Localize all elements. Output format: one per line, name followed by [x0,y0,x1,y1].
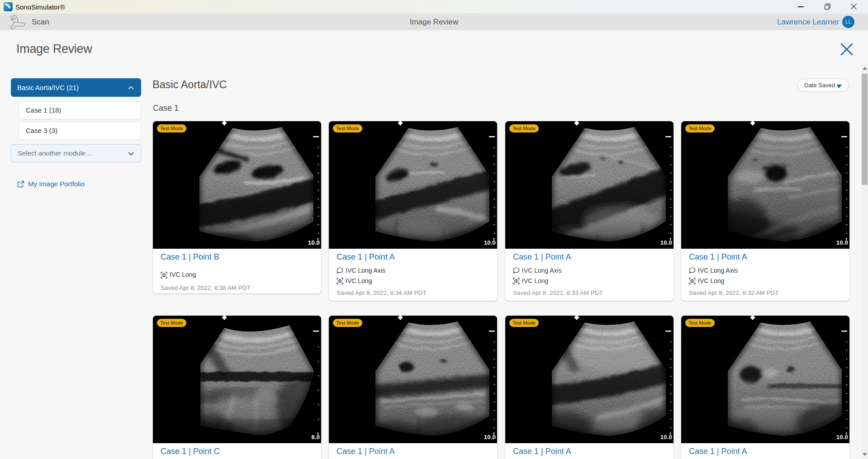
svg-text:10.0: 10.0 [836,239,848,246]
svg-text:10.0: 10.0 [836,434,848,440]
svg-text:8.0: 8.0 [311,434,320,440]
svg-text:10.0: 10.0 [484,239,496,246]
svg-text:10.0: 10.0 [308,239,320,246]
svg-text:10.0: 10.0 [660,239,672,246]
svg-text:10.0: 10.0 [484,434,496,440]
svg-text:10.0: 10.0 [660,434,672,440]
